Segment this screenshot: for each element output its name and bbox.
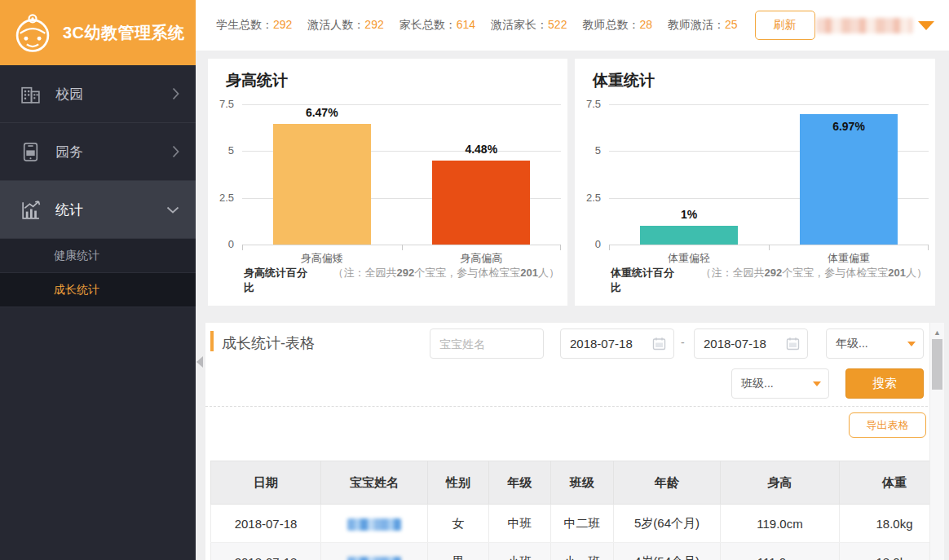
user-name-redacted: [816, 18, 912, 33]
grade-select[interactable]: 年级...: [826, 329, 924, 359]
table-cell: 男: [428, 543, 489, 560]
chart-note: （注：全园共292个宝宝，参与体检宝宝201人）: [333, 266, 559, 280]
scroll-up-arrow-icon[interactable]: ▲: [930, 329, 944, 337]
baby-name-redacted: [347, 518, 401, 531]
sidebar-item-statistics[interactable]: 统计: [0, 181, 196, 239]
stat-value: 28: [639, 18, 652, 31]
y-axis: 02.557.5: [208, 59, 237, 306]
main-content: 身高统计 02.557.5 6.47%4.48% 身高偏矮身高偏高 身高统计百分…: [196, 51, 949, 560]
baby-name-redacted: [347, 557, 401, 560]
chart-caption: 体重统计百分比: [611, 266, 678, 295]
chevron-down-icon: [166, 206, 179, 214]
stat-item: 激活人数：292: [307, 18, 383, 33]
date-range-dash: -: [681, 336, 685, 349]
scrollbar-thumb[interactable]: [932, 339, 942, 390]
y-tick-label: 0: [575, 238, 601, 250]
panel-title: 成长统计-表格: [222, 333, 315, 353]
sidebar-item-campus[interactable]: 校园: [0, 65, 196, 123]
app-logo-header: 3C幼教管理系统: [0, 0, 196, 65]
table-header-7: 身高: [721, 461, 840, 505]
bar-身高偏矮: [273, 124, 371, 245]
table-cell: 小班: [489, 543, 551, 560]
table-cell: 18.0kg: [840, 505, 945, 543]
submenu-label: 健康统计: [54, 249, 99, 263]
table-header-2: 宝宝姓名: [321, 461, 428, 505]
grid-line: [609, 104, 929, 105]
table-cell: 中二班: [551, 505, 614, 543]
stat-item: 学生总数：292: [216, 18, 292, 33]
table-cell: 18.0kg: [840, 543, 945, 560]
caret-down-icon: [813, 381, 821, 386]
class-select[interactable]: 班级...: [731, 368, 829, 399]
search-button[interactable]: 搜索: [845, 368, 924, 399]
axis-tick: [769, 245, 770, 250]
y-tick-label: 5: [208, 144, 234, 157]
sidebar-item-garden-affairs[interactable]: 园务: [0, 123, 196, 181]
date-from-value: 2018-07-18: [570, 337, 633, 351]
axis-tick: [402, 245, 403, 250]
date-from-input[interactable]: 2018-07-18: [560, 329, 674, 359]
table-cell: 2018-07-18: [211, 505, 321, 543]
baby-name-input[interactable]: [430, 329, 544, 359]
category-label: 身高偏高: [402, 251, 562, 266]
sidebar-subitem-growth-statistics[interactable]: 成长统计: [0, 273, 196, 307]
chart-caption: 身高统计百分比: [244, 266, 311, 295]
user-menu[interactable]: [816, 18, 936, 33]
category-label: 体重偏重: [769, 251, 929, 266]
bar-value-label: 4.48%: [432, 143, 530, 156]
sidebar-item-label: 校园: [55, 85, 83, 104]
date-to-input[interactable]: 2018-07-18: [694, 329, 808, 359]
stat-value: 292: [273, 18, 292, 31]
sidebar-subitem-health-statistics[interactable]: 健康统计: [0, 239, 196, 273]
bar-value-label: 1%: [640, 208, 738, 221]
bar-value-label: 6.47%: [273, 106, 371, 119]
divider: [205, 406, 928, 407]
table-cell: 小一班: [551, 543, 614, 560]
axis-tick: [560, 245, 561, 250]
chevron-right-icon: [172, 145, 179, 158]
y-tick-label: 0: [208, 238, 234, 250]
axis-tick: [242, 245, 243, 250]
y-tick-label: 7.5: [575, 98, 601, 110]
bar-体重偏重: [800, 114, 898, 245]
summary-stats: 学生总数：292激活人数：292家长总数：614激活家长：522教师总数：28教…: [216, 18, 753, 33]
chart-plot-area: 1%6.97%: [609, 104, 929, 245]
bar-value-label: 6.97%: [800, 120, 898, 133]
table-cell: 女: [428, 505, 489, 543]
table-header-1: 日期: [211, 461, 321, 505]
table-row: 2018-07-18女中班中二班5岁(64个月)119.0cm18.0kg: [211, 505, 945, 543]
export-table-button[interactable]: 导出表格: [849, 412, 926, 438]
refresh-button[interactable]: 刷新: [755, 11, 815, 40]
class-select-value: 班级...: [741, 377, 774, 391]
table-cell: [321, 543, 428, 560]
growth-table-panel: 成长统计-表格 2018-07-18 - 2018-07-18 年级...: [205, 323, 944, 560]
y-tick-label: 2.5: [575, 192, 601, 204]
stat-item: 激活家长：522: [491, 18, 567, 33]
app-icon: [20, 141, 42, 163]
stat-value: 25: [725, 18, 738, 31]
bar-身高偏高: [432, 161, 530, 245]
chart-note: （注：全园共292个宝宝，参与体检宝宝201人）: [701, 266, 927, 280]
app-title: 3C幼教管理系统: [63, 22, 185, 44]
table-cell: 4岁(54个月): [614, 543, 721, 560]
robot-logo-icon: [11, 11, 55, 55]
y-axis: 02.557.5: [575, 59, 604, 306]
stat-value: 614: [457, 18, 475, 31]
table-cell: 5岁(64个月): [614, 505, 721, 543]
category-label: 体重偏轻: [609, 251, 769, 266]
panel-scrollbar[interactable]: ▲: [929, 323, 944, 560]
sidebar-collapse-handle[interactable]: [196, 356, 203, 368]
caret-down-icon: [907, 342, 916, 346]
sidebar: 3C幼教管理系统 校园 园务: [0, 0, 196, 560]
table-header-6: 年龄: [614, 461, 721, 505]
table-cell: [321, 505, 428, 543]
y-tick-label: 5: [575, 144, 601, 157]
sidebar-item-label: 园务: [55, 143, 83, 161]
bar-体重偏轻: [640, 226, 738, 245]
table-header-8: 体重: [840, 461, 945, 505]
x-axis-categories: 身高偏矮身高偏高: [242, 251, 561, 266]
table-cell: 119.0cm: [721, 505, 840, 543]
date-to-value: 2018-07-18: [704, 337, 766, 351]
stat-value: 292: [364, 18, 383, 31]
table-header-5: 班级: [551, 461, 614, 505]
